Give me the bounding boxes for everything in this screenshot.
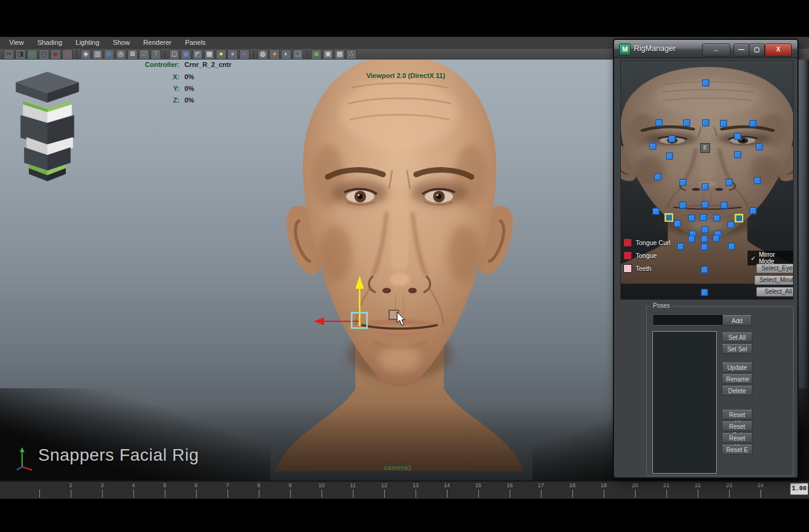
- bookmark-icon[interactable]: ▤: [27, 49, 37, 60]
- camera-select-icon[interactable]: ✂: [4, 49, 14, 60]
- update-button[interactable]: Update: [722, 362, 752, 372]
- menu-show[interactable]: Show: [106, 38, 137, 47]
- control-point[interactable]: [702, 184, 709, 190]
- control-point[interactable]: [677, 243, 684, 249]
- select-eyes-button[interactable]: Select_Eyes: [756, 264, 794, 273]
- timeline-tick[interactable]: [447, 490, 448, 498]
- control-point[interactable]: [679, 179, 686, 186]
- menu-view[interactable]: View: [2, 38, 31, 47]
- control-point-highlighted[interactable]: [735, 214, 743, 222]
- smooth-shade-icon[interactable]: ▥: [92, 49, 103, 60]
- default-material-icon[interactable]: ◼: [181, 49, 191, 60]
- control-point[interactable]: [702, 120, 709, 127]
- control-point[interactable]: [701, 267, 708, 273]
- control-point[interactable]: [701, 289, 708, 296]
- rig-face-preview[interactable]: E Tongue CurlTongueTeeth ✓ Mirror Mode S…: [620, 60, 794, 300]
- use-lights-icon[interactable]: ◎: [116, 49, 126, 60]
- timeline-tick[interactable]: [133, 490, 134, 498]
- control-point[interactable]: [728, 243, 735, 249]
- control-point[interactable]: [702, 201, 709, 208]
- ambient-occlusion-icon[interactable]: ☑: [139, 49, 149, 60]
- timeline-tick[interactable]: [510, 490, 510, 498]
- control-point[interactable]: [666, 152, 673, 159]
- image-plane-icon[interactable]: ◳: [39, 49, 49, 60]
- menu-lighting[interactable]: Lighting: [69, 38, 106, 47]
- timeline-tick[interactable]: [71, 490, 71, 498]
- add-pose-button[interactable]: Add: [722, 315, 752, 326]
- texture-editor-icon[interactable]: T: [151, 49, 161, 60]
- control-point[interactable]: [735, 151, 741, 158]
- white-sphere-icon[interactable]: ◍: [258, 49, 268, 60]
- textured-icon[interactable]: ◉: [104, 49, 114, 60]
- timeline-tick[interactable]: [572, 490, 573, 498]
- control-point[interactable]: [683, 120, 690, 127]
- control-point[interactable]: [702, 226, 709, 233]
- grease-pencil-icon[interactable]: ✎: [62, 49, 73, 60]
- timeline-tick[interactable]: [698, 490, 698, 498]
- control-point[interactable]: [689, 236, 695, 243]
- timeline-tick[interactable]: [227, 490, 228, 498]
- cube-wire-icon[interactable]: ▣: [323, 49, 333, 60]
- control-point[interactable]: [652, 208, 659, 214]
- delete-button[interactable]: Delete: [722, 386, 752, 396]
- timeline-tick[interactable]: [165, 490, 165, 498]
- timeline-tick[interactable]: [102, 490, 103, 498]
- timeline-tick[interactable]: [384, 490, 385, 498]
- share-icon[interactable]: ∴: [346, 49, 357, 60]
- control-point[interactable]: [674, 220, 681, 227]
- record-highlight-icon[interactable]: ◙: [311, 49, 322, 60]
- timeline-tick[interactable]: [760, 490, 761, 498]
- control-point[interactable]: [656, 120, 663, 127]
- shadows-icon[interactable]: ⊠: [127, 49, 138, 60]
- reset-m-button[interactable]: Reset M: [722, 433, 752, 443]
- control-point[interactable]: [749, 120, 756, 127]
- select-all-button[interactable]: Select_All: [756, 287, 794, 297]
- wireframe-on-shaded-icon[interactable]: ◩: [192, 49, 203, 60]
- timeline-tick[interactable]: [635, 490, 636, 498]
- control-point[interactable]: [721, 202, 728, 209]
- set-sel-button[interactable]: Set Sel: [722, 344, 752, 354]
- checker-material-icon[interactable]: ▦: [204, 49, 215, 60]
- control-point[interactable]: [668, 136, 675, 143]
- reset-all-button[interactable]: Reset All: [722, 410, 752, 420]
- menu-panels[interactable]: Panels: [178, 38, 213, 47]
- control-point[interactable]: [735, 133, 741, 139]
- timeline-tick[interactable]: [416, 490, 416, 498]
- timeline-tick[interactable]: [729, 490, 730, 498]
- select-mouth-button[interactable]: Select_Mouth: [754, 275, 794, 285]
- timeline-tick[interactable]: [290, 490, 291, 498]
- control-point[interactable]: [649, 143, 656, 149]
- blue-material-icon[interactable]: ●: [227, 49, 238, 60]
- wireframe-icon[interactable]: ◈: [81, 49, 91, 60]
- control-point[interactable]: [713, 214, 720, 221]
- translate-manipulator[interactable]: [307, 272, 412, 394]
- reset-e-button[interactable]: Reset E: [722, 445, 752, 455]
- set-all-button[interactable]: Set All: [722, 332, 752, 342]
- playback-rate-field[interactable]: 1.00: [790, 483, 808, 495]
- timeline-tick[interactable]: [478, 490, 479, 498]
- control-point[interactable]: [756, 144, 763, 151]
- control-point[interactable]: [689, 214, 695, 221]
- cube-solid-icon[interactable]: ▩: [334, 49, 345, 60]
- reset-sel-button[interactable]: Reset Sel: [722, 421, 752, 431]
- timeline-tick[interactable]: [666, 490, 667, 498]
- timeline-tick[interactable]: [353, 490, 353, 498]
- rename-button[interactable]: Rename: [722, 374, 752, 384]
- minimize-button[interactable]: —: [733, 44, 749, 57]
- purple-material-icon[interactable]: ●: [239, 49, 250, 60]
- eye-control-badge[interactable]: E: [700, 143, 710, 153]
- control-point[interactable]: [700, 214, 706, 221]
- timeline-tick[interactable]: [541, 490, 542, 498]
- control-point[interactable]: [701, 244, 708, 251]
- pose-name-input[interactable]: [653, 315, 722, 326]
- control-point[interactable]: [754, 178, 760, 184]
- pose-list[interactable]: [652, 331, 717, 474]
- timeline[interactable]: 23456789101112131415161718192021222324: [0, 480, 809, 499]
- blue-cube-icon[interactable]: ❑: [293, 49, 303, 60]
- control-point[interactable]: [728, 222, 735, 229]
- float-button[interactable]: ↔: [702, 44, 730, 57]
- control-point[interactable]: [720, 120, 727, 127]
- timeline-tick[interactable]: [196, 490, 197, 498]
- control-point[interactable]: [725, 179, 732, 186]
- control-point[interactable]: [701, 236, 708, 243]
